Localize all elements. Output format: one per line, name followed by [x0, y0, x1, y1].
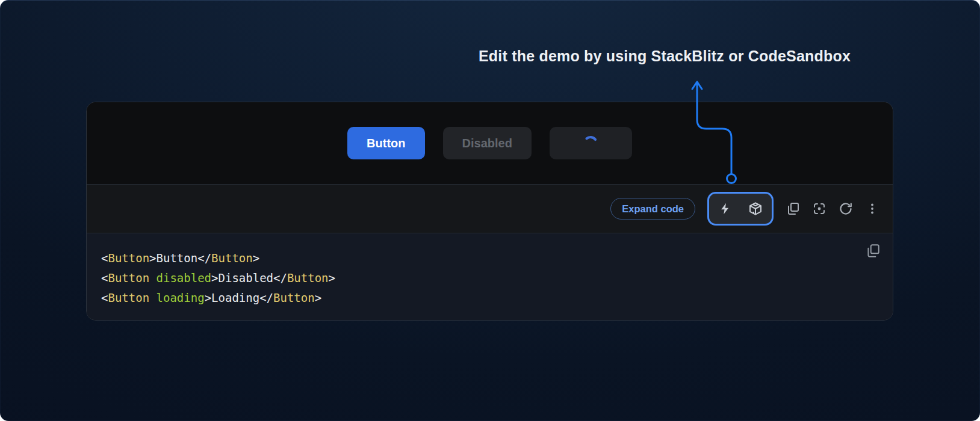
- annotation-text: Edit the demo by using StackBlitz or Cod…: [479, 48, 851, 65]
- loading-spinner-icon: [583, 135, 598, 151]
- more-vertical-icon[interactable]: [865, 201, 879, 216]
- codesandbox-icon[interactable]: [748, 201, 763, 216]
- expand-code-button[interactable]: Expand code: [610, 198, 695, 220]
- demo-primary-button[interactable]: Button: [347, 127, 424, 159]
- code-lines: <Button>Button</Button><Button disabled>…: [101, 248, 878, 308]
- demo-preview-area: Button Disabled: [87, 102, 893, 184]
- stackblitz-icon[interactable]: [718, 201, 733, 216]
- code-focus-icon[interactable]: [812, 201, 826, 216]
- edit-online-icon-group: [707, 192, 774, 226]
- docs-demo-page: Edit the demo by using StackBlitz or Cod…: [0, 0, 980, 421]
- demo-disabled-button[interactable]: Disabled: [443, 127, 532, 159]
- refresh-icon[interactable]: [839, 201, 853, 216]
- demo-toolbar: Expand code: [87, 184, 893, 233]
- demo-card: Button Disabled Expand code: [86, 102, 893, 321]
- annotation-arrow: [686, 73, 746, 188]
- copy-icon[interactable]: [786, 201, 800, 216]
- copy-code-icon[interactable]: [865, 243, 881, 259]
- demo-loading-button[interactable]: [550, 127, 632, 159]
- code-block: <Button>Button</Button><Button disabled>…: [87, 233, 893, 321]
